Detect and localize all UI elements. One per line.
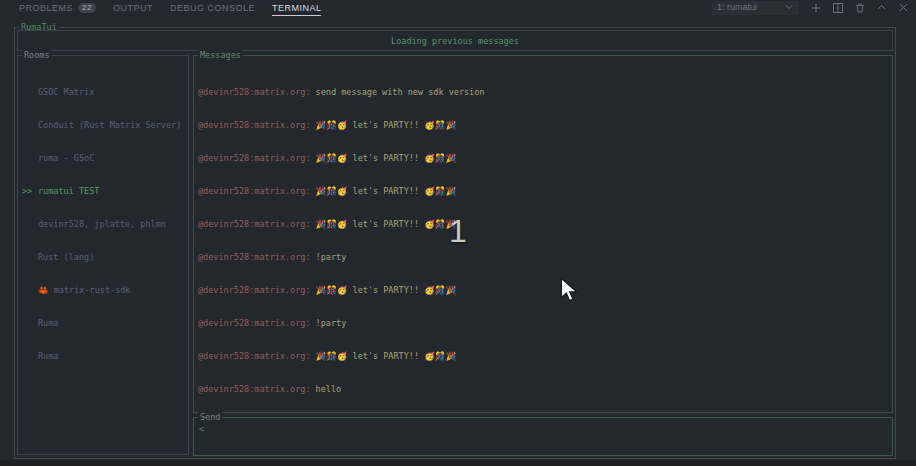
room-item[interactable]: Conduit (Rust Matrix Server): [22, 120, 185, 131]
send-input-panel[interactable]: Send <: [193, 417, 893, 456]
room-item[interactable]: Ruma: [22, 318, 185, 329]
message-row: @devinr528:matrix.org:hello: [198, 384, 889, 395]
window-bottom-edge: [0, 460, 916, 466]
message-row: @devinr528:matrix.org:!party: [198, 252, 889, 263]
message-body: !party: [316, 252, 347, 262]
message-sender: @devinr528:matrix.org:: [198, 285, 311, 295]
room-item[interactable]: Ruma: [22, 351, 185, 362]
message-body: 🎉🎊🥳 let's PARTY!! 🥳🎊🎉: [316, 120, 456, 130]
message-body: hello: [316, 384, 342, 394]
message-sender: @devinr528:matrix.org:: [198, 384, 311, 394]
room-item[interactable]: ruma - GSoC: [22, 153, 185, 164]
plus-icon[interactable]: [810, 2, 821, 13]
room-item-label: rumatui TEST: [38, 186, 99, 196]
tab-output[interactable]: OUTPUT: [113, 3, 153, 13]
terminal-picker-value: 1: rumatui: [717, 2, 757, 12]
room-item-label: Ruma: [38, 318, 58, 328]
split-terminal-icon[interactable]: [832, 2, 843, 13]
room-item-label: Rust (lang): [38, 252, 94, 262]
room-item[interactable]: Rust (lang): [22, 252, 185, 263]
room-item[interactable]: devinr528, jplatte, phlmn: [22, 219, 185, 230]
message-body: 🎉🎊🥳 let's PARTY!! 🥳🎊🎉: [316, 186, 456, 196]
message-row: @devinr528:matrix.org:send message with …: [198, 87, 889, 98]
send-input-prompt: <: [199, 424, 204, 434]
message-body: send message with new sdk version: [316, 87, 485, 97]
keystroke-overlay: 1: [444, 212, 472, 250]
message-body: 🎉🎊🥳 let's PARTY!! 🥳🎊🎉: [316, 153, 456, 163]
message-row: @devinr528:matrix.org:🎉🎊🥳 let's PARTY!! …: [198, 285, 889, 296]
terminal-picker-dropdown[interactable]: 1: rumatui: [712, 1, 799, 15]
message-sender: @devinr528:matrix.org:: [198, 219, 311, 229]
chevron-up-icon[interactable]: [876, 2, 887, 13]
trash-icon[interactable]: [854, 2, 865, 13]
tab-terminal-label: TERMINAL: [272, 3, 322, 16]
room-item-selected[interactable]: >>rumatui TEST: [22, 186, 185, 197]
message-row: @devinr528:matrix.org:!party: [198, 318, 889, 329]
message-sender: @devinr528:matrix.org:: [198, 351, 311, 361]
message-row: @devinr528:matrix.org:🎉🎊🥳 let's PARTY!! …: [198, 186, 889, 197]
room-item-label: Conduit (Rust Matrix Server): [38, 120, 181, 130]
room-item[interactable]: 🦀 matrix-rust-sdk: [22, 285, 185, 296]
room-item-label: devinr528, jplatte, phlmn: [38, 219, 166, 229]
close-icon[interactable]: [898, 2, 909, 13]
loading-banner: Loading previous messages: [17, 30, 893, 51]
terminal-controls: 1: rumatui: [712, 0, 909, 15]
room-item-label: 🦀 matrix-rust-sdk: [38, 285, 131, 295]
message-row: @devinr528:matrix.org:🎉🎊🥳 let's PARTY!! …: [198, 153, 889, 164]
tab-terminal[interactable]: TERMINAL: [272, 3, 322, 13]
message-body: 🎉🎊🥳 let's PARTY!! 🥳🎊🎉: [316, 351, 456, 361]
tab-output-label: OUTPUT: [113, 3, 153, 13]
room-item[interactable]: GSOC Matrix: [22, 87, 185, 98]
send-panel-title: Send: [198, 412, 222, 423]
room-item-label: Ruma: [38, 351, 58, 361]
message-row: @devinr528:matrix.org:🎉🎊🥳 let's PARTY!! …: [198, 351, 889, 362]
message-sender: @devinr528:matrix.org:: [198, 318, 311, 328]
message-row: @devinr528:matrix.org:🎉🎊🥳 let's PARTY!! …: [198, 219, 889, 230]
loading-banner-text: Loading previous messages: [18, 31, 892, 50]
message-body: 🎉🎊🥳 let's PARTY!! 🥳🎊🎉: [316, 219, 456, 229]
message-body: 🎉🎊🥳 let's PARTY!! 🥳🎊🎉: [316, 285, 456, 295]
mouse-cursor: [560, 278, 578, 302]
message-sender: @devinr528:matrix.org:: [198, 252, 311, 262]
message-sender: @devinr528:matrix.org:: [198, 87, 311, 97]
message-sender: @devinr528:matrix.org:: [198, 120, 311, 130]
room-item-label: ruma - GSoC: [38, 153, 94, 163]
selected-room-marker: >>: [22, 186, 38, 197]
rooms-panel-title: Rooms: [22, 50, 52, 61]
room-item-label: GSOC Matrix: [38, 87, 94, 97]
tab-debug-console[interactable]: DEBUG CONSOLE: [170, 3, 255, 13]
rooms-list: GSOC Matrix Conduit (Rust Matrix Server)…: [22, 65, 185, 384]
chevron-down-icon: [783, 2, 794, 13]
tab-problems-label: PROBLEMS: [19, 3, 73, 13]
rooms-panel: Rooms GSOC Matrix Conduit (Rust Matrix S…: [17, 55, 189, 455]
message-body: !party: [316, 318, 347, 328]
message-row: @devinr528:matrix.org:🎉🎊🥳 let's PARTY!! …: [198, 120, 889, 131]
messages-list: @devinr528:matrix.org:send message with …: [198, 65, 889, 417]
messages-panel: Messages @devinr528:matrix.org:send mess…: [193, 55, 893, 413]
tab-problems[interactable]: PROBLEMS 22: [19, 3, 96, 13]
message-sender: @devinr528:matrix.org:: [198, 153, 311, 163]
problems-count-badge: 22: [78, 3, 96, 13]
messages-panel-title: Messages: [198, 50, 243, 61]
message-sender: @devinr528:matrix.org:: [198, 186, 311, 196]
tab-debug-console-label: DEBUG CONSOLE: [170, 3, 255, 13]
